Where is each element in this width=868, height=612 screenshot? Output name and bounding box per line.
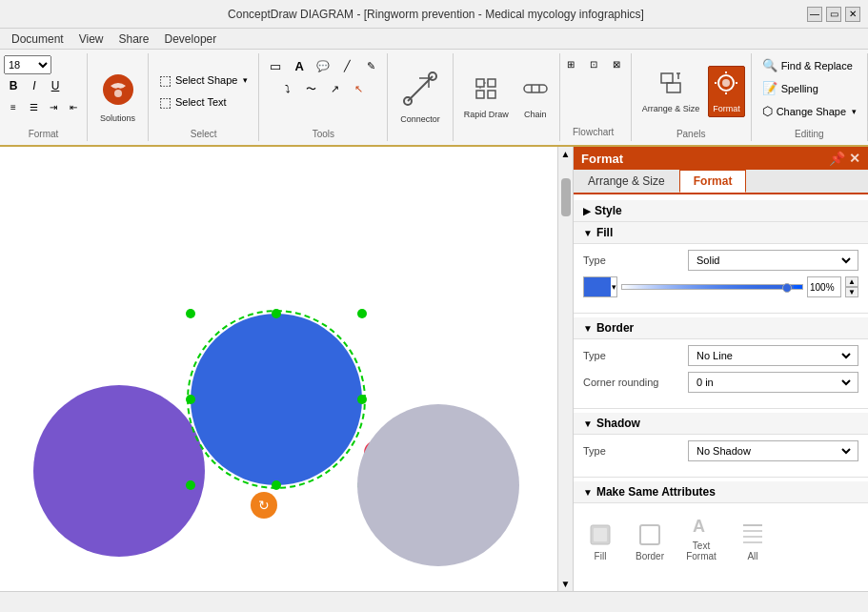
connector-button[interactable]: Connector bbox=[394, 66, 447, 129]
tool-text[interactable]: A bbox=[289, 55, 310, 76]
align-center-button[interactable]: ☰ bbox=[24, 97, 43, 116]
align-left-button[interactable]: ≡ bbox=[4, 97, 23, 116]
attr-all-item[interactable]: All bbox=[736, 521, 770, 561]
fill-type-control[interactable]: Solid None Gradient Pattern bbox=[688, 250, 858, 271]
indent-button[interactable]: ⇥ bbox=[44, 97, 63, 116]
format-panel-button[interactable]: Format bbox=[708, 66, 745, 117]
close-button[interactable]: ✕ bbox=[845, 7, 860, 22]
pin-button[interactable]: 📌 bbox=[829, 151, 845, 166]
shadow-type-control[interactable]: No Shadow Drop Shadow Inner Shadow bbox=[688, 440, 858, 461]
rapid-draw-icon bbox=[473, 75, 499, 108]
handle-tc[interactable] bbox=[272, 309, 281, 318]
border-arrow: ▼ bbox=[583, 323, 593, 334]
italic-button[interactable]: I bbox=[25, 76, 44, 95]
select-shape-button[interactable]: ⬚ Select Shape ▾ bbox=[154, 70, 252, 91]
connector-group: Connector bbox=[388, 53, 453, 141]
menu-share[interactable]: Share bbox=[111, 31, 157, 48]
minimize-button[interactable]: — bbox=[807, 7, 822, 22]
menu-view[interactable]: View bbox=[71, 31, 111, 48]
find-replace-button[interactable]: 🔍 Find & Replace bbox=[757, 55, 858, 75]
opacity-decrement[interactable]: ▼ bbox=[845, 287, 858, 297]
outdent-button[interactable]: ⇤ bbox=[64, 97, 83, 116]
scroll-up-arrow[interactable]: ▲ bbox=[561, 149, 571, 159]
bold-button[interactable]: B bbox=[4, 76, 23, 95]
shadow-section-header[interactable]: ▼ Shadow bbox=[574, 413, 868, 435]
menu-developer[interactable]: Developer bbox=[157, 31, 225, 48]
flowchart-icon1[interactable]: ⊞ bbox=[560, 53, 581, 74]
border-type-select[interactable]: No Line Solid Dashed Dotted bbox=[693, 346, 854, 365]
attr-all-icon bbox=[739, 521, 766, 551]
handle-bl[interactable] bbox=[186, 480, 195, 490]
change-shape-button[interactable]: ⬡ Change Shape ▾ bbox=[757, 101, 861, 121]
attr-fill-item[interactable]: Fill bbox=[583, 521, 617, 561]
opacity-slider[interactable] bbox=[621, 284, 803, 290]
tool-pointer[interactable]: ↖ bbox=[349, 78, 370, 99]
connector-label: Connector bbox=[400, 114, 440, 124]
format-panel: Format 📌 ✕ Arrange & Size Format ▶ Style… bbox=[573, 147, 868, 591]
blue-circle-center[interactable] bbox=[191, 314, 362, 485]
tab-arrange-size[interactable]: Arrange & Size bbox=[574, 170, 679, 193]
select-shape-dropdown[interactable]: ▾ bbox=[243, 75, 248, 85]
shadow-type-row: Type No Shadow Drop Shadow Inner Shadow bbox=[583, 440, 858, 461]
purple-circle-left[interactable] bbox=[33, 385, 205, 557]
rotate-button[interactable]: ↻ bbox=[251, 492, 277, 519]
font-size-select[interactable]: 181214162024 bbox=[4, 55, 51, 74]
opacity-increment[interactable]: ▲ bbox=[845, 276, 858, 287]
fill-color-swatch[interactable]: ▾ bbox=[583, 276, 617, 297]
panels-group-label: Panels bbox=[676, 127, 706, 139]
corner-rounding-control[interactable]: 0 in 0.1 in 0.25 in 0.5 in bbox=[688, 372, 858, 393]
fill-type-select[interactable]: Solid None Gradient Pattern bbox=[693, 251, 854, 270]
tool-connector[interactable]: ⤵ bbox=[277, 78, 298, 99]
select-text-button[interactable]: ⬚ Select Text bbox=[154, 92, 252, 112]
underline-button[interactable]: U bbox=[46, 76, 65, 95]
handle-mr[interactable] bbox=[357, 395, 367, 404]
canvas-area[interactable]: ✕ ↻ bbox=[0, 147, 557, 591]
attr-text-format-item[interactable]: A Text Format bbox=[682, 511, 720, 561]
chain-button[interactable]: Chain bbox=[517, 71, 554, 123]
tab-format[interactable]: Format bbox=[679, 170, 747, 193]
opacity-row: 100% ▲ ▼ bbox=[621, 276, 858, 297]
tool-rect[interactable]: ▭ bbox=[265, 55, 286, 76]
panel-close-button[interactable]: ✕ bbox=[849, 151, 860, 166]
make-same-attr-header[interactable]: ▼ Make Same Attributes bbox=[574, 481, 868, 503]
tool-arrow[interactable]: ↗ bbox=[325, 78, 346, 99]
border-section-header[interactable]: ▼ Border bbox=[574, 317, 868, 339]
attr-text-format-icon: A bbox=[688, 511, 715, 541]
maximize-button[interactable]: ▭ bbox=[826, 7, 841, 22]
svg-rect-28 bbox=[640, 525, 659, 544]
flowchart-icon2[interactable]: ⊡ bbox=[583, 53, 604, 74]
shadow-type-select[interactable]: No Shadow Drop Shadow Inner Shadow bbox=[693, 441, 854, 460]
tool-curve[interactable]: 〜 bbox=[301, 78, 322, 99]
handle-tr[interactable] bbox=[357, 309, 367, 318]
svg-point-21 bbox=[722, 79, 730, 87]
change-shape-dropdown[interactable]: ▾ bbox=[852, 107, 857, 116]
solutions-button[interactable]: Solutions bbox=[93, 68, 142, 128]
style-arrow: ▶ bbox=[583, 206, 591, 216]
scrollbar-thumb[interactable] bbox=[561, 178, 571, 216]
scroll-down-arrow[interactable]: ▼ bbox=[561, 579, 571, 589]
attr-border-item[interactable]: Border bbox=[633, 521, 667, 561]
handle-tl[interactable] bbox=[186, 309, 195, 318]
vertical-scrollbar[interactable]: ▲ ▼ bbox=[557, 147, 573, 591]
gray-circle-right[interactable] bbox=[357, 404, 519, 566]
format-label: Format bbox=[713, 104, 740, 113]
tool-pencil[interactable]: ✎ bbox=[360, 55, 381, 76]
attr-icons-row: Fill Border A bbox=[574, 503, 868, 569]
tool-line[interactable]: ╱ bbox=[336, 55, 357, 76]
flowchart-icon3[interactable]: ⊠ bbox=[606, 53, 627, 74]
spelling-button[interactable]: 📝 Spelling bbox=[757, 78, 823, 98]
rapid-draw-button[interactable]: Rapid Draw bbox=[459, 71, 514, 123]
corner-rounding-select[interactable]: 0 in 0.1 in 0.25 in 0.5 in bbox=[693, 373, 854, 392]
fill-section-header[interactable]: ▼ Fill bbox=[574, 222, 868, 244]
menu-document[interactable]: Document bbox=[4, 31, 71, 48]
svg-rect-27 bbox=[594, 528, 607, 541]
handle-bc[interactable] bbox=[272, 480, 281, 490]
fill-label: Fill bbox=[596, 226, 613, 239]
tool-callout[interactable]: 💬 bbox=[313, 55, 333, 76]
color-dropdown-arrow[interactable]: ▾ bbox=[612, 282, 616, 292]
border-type-control[interactable]: No Line Solid Dashed Dotted bbox=[688, 345, 858, 366]
border-label: Border bbox=[596, 321, 634, 335]
arrange-size-button[interactable]: Arrange & Size bbox=[637, 66, 705, 117]
style-section-header[interactable]: ▶ Style bbox=[574, 200, 868, 222]
handle-ml[interactable] bbox=[186, 395, 195, 404]
